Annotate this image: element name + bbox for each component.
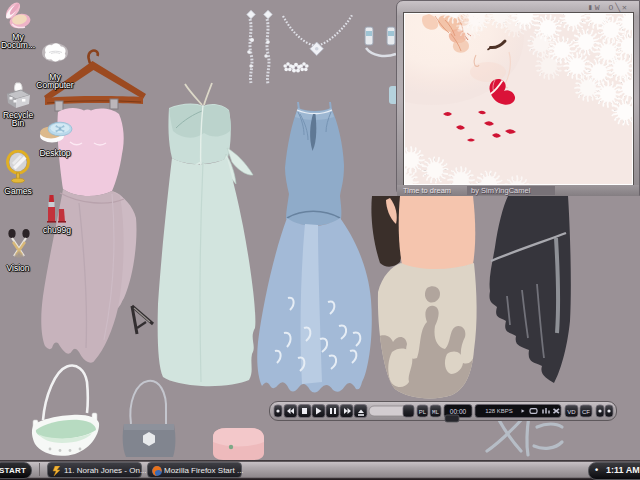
svg-text:CF: CF [582, 409, 590, 415]
svg-text:ML: ML [432, 409, 440, 416]
svg-text:00:00: 00:00 [450, 408, 467, 415]
svg-text:128 KBPS: 128 KBPS [485, 408, 513, 414]
svg-text:PL: PL [419, 409, 427, 415]
svg-text:VD: VD [567, 409, 576, 415]
